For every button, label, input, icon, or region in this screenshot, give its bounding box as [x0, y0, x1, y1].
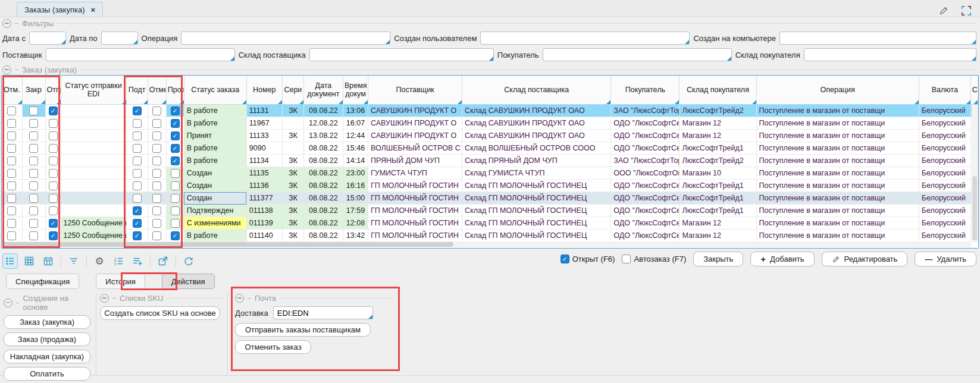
checkbox-otm[interactable]	[7, 206, 16, 215]
cell-otpr[interactable]	[45, 230, 61, 242]
cell-zakr[interactable]	[22, 130, 45, 142]
column-header-status[interactable]: Статус заказа	[184, 76, 246, 105]
date-to-input[interactable]	[102, 32, 137, 44]
cell-num[interactable]: 9090	[246, 142, 282, 155]
cell-ser[interactable]: ЗК	[282, 230, 303, 242]
cell-otm[interactable]	[2, 167, 22, 180]
cell-otme[interactable]	[148, 167, 166, 180]
cell-otpr[interactable]	[45, 155, 61, 167]
cell-otme[interactable]	[148, 230, 166, 242]
checkbox-otm[interactable]	[7, 169, 16, 178]
cell-podt[interactable]	[126, 117, 148, 130]
cell-oper[interactable]: Поступление в магазин от поставщи	[756, 142, 919, 155]
date-from-input[interactable]	[30, 32, 65, 44]
cell-otpr[interactable]	[45, 167, 61, 180]
vertical-scrollbar-thumb[interactable]	[972, 176, 977, 240]
checkbox-zakr[interactable]	[29, 144, 38, 153]
cell-buywh[interactable]: ЛюксСофтТрейд1	[680, 142, 756, 155]
cell-supplier[interactable]: ПРЯНЫЙ ДОМ ЧУП	[368, 155, 462, 167]
cell-supwh[interactable]: Склад ГП МОЛОЧНЫЙ ГОСТИНЕЦ	[462, 192, 611, 205]
cell-podt[interactable]	[126, 105, 148, 117]
table-row[interactable]: 1250 Сообщение дВ работе011140ЗК08.08.22…	[2, 230, 978, 242]
checkbox-zakr[interactable]	[29, 219, 38, 228]
checkbox-zakr[interactable]	[29, 181, 38, 190]
filter-field-created-by-user[interactable]	[480, 32, 690, 45]
cell-edi[interactable]: 1250 Сообщение д	[61, 230, 126, 242]
checkbox-otpr[interactable]	[49, 231, 58, 240]
cell-podt[interactable]	[126, 130, 148, 142]
edit-pencil-icon[interactable]	[936, 3, 951, 18]
checkbox-otme[interactable]	[152, 219, 161, 228]
cell-edi[interactable]	[61, 167, 126, 180]
cell-prov[interactable]	[166, 192, 184, 205]
checkbox-otm[interactable]	[7, 219, 16, 228]
cell-num[interactable]: 011139	[246, 217, 282, 230]
supplier-warehouse-input[interactable]	[310, 49, 493, 61]
cell-status[interactable]: В работе	[184, 117, 246, 130]
table-row[interactable]: 1250 Сообщение дС изменениями011139ЗК08.…	[2, 217, 978, 230]
column-header-buywh[interactable]: Склад покупателя	[680, 76, 756, 105]
cell-buyer[interactable]: ОДО "ЛюксСофтСервис"	[611, 217, 680, 230]
checkbox-otpr[interactable]	[49, 106, 58, 115]
create-from-button[interactable]: Накладная (закупка)	[4, 350, 90, 363]
grid-view-icon[interactable]	[21, 253, 37, 269]
column-header-otpr[interactable]: Отпр	[45, 76, 61, 105]
create-sku-list-button[interactable]: Создать список SKU на основе	[100, 306, 220, 320]
checkbox-podt[interactable]	[133, 231, 142, 240]
cell-zakr[interactable]	[22, 230, 45, 242]
cell-supwh[interactable]: Склад ГП МОЛОЧНЫЙ ГОСТИНЕЦ	[462, 230, 611, 242]
checkbox-zakr[interactable]	[29, 169, 38, 178]
cell-ser[interactable]: ЗК	[282, 180, 303, 192]
cell-otpr[interactable]	[45, 205, 61, 217]
cell-otme[interactable]	[148, 192, 166, 205]
cell-ser[interactable]: ЗК	[282, 130, 303, 142]
checkbox-zakr[interactable]	[29, 119, 38, 128]
tab-orders-purchase[interactable]: Заказы (закупка) ×	[17, 2, 103, 17]
cell-supplier[interactable]: ГП МОЛОЧНЫЙ ГОСТИН	[368, 205, 462, 217]
cell-cur[interactable]: Белорусский	[919, 192, 970, 205]
cell-buyer[interactable]: ЗАО "ЛюксСофтТорг"	[611, 105, 680, 117]
filter-field-supplier[interactable]	[46, 48, 235, 61]
cell-prov[interactable]	[166, 105, 184, 117]
cell-time[interactable]: 15:00	[343, 192, 368, 205]
filter-field-created-on-computer[interactable]	[779, 32, 976, 45]
column-header-supwh[interactable]: Склад поставщика	[462, 76, 611, 105]
cell-cur[interactable]: Белорусский	[919, 105, 970, 117]
cell-prov[interactable]	[166, 205, 184, 217]
cell-supplier[interactable]: САВУШКИН ПРОДУКТ О	[368, 117, 462, 130]
cell-time[interactable]: 16:07	[343, 117, 368, 130]
cell-oper[interactable]: Поступление в магазин от поставщи	[756, 205, 919, 217]
checkbox-zakr[interactable]	[29, 106, 38, 115]
cell-otpr[interactable]	[45, 105, 61, 117]
cell-time[interactable]: 15:46	[343, 142, 368, 155]
cell-prov[interactable]	[166, 155, 184, 167]
checkbox-podt[interactable]	[133, 144, 142, 153]
cell-buyer[interactable]: ОДО "ЛюксСофтСервис"	[611, 130, 680, 142]
cell-date[interactable]: 13.08.22	[303, 130, 343, 142]
cell-prov[interactable]	[166, 180, 184, 192]
cell-zakr[interactable]	[22, 180, 45, 192]
column-header-extra[interactable]: Со	[970, 76, 978, 105]
checkbox-prov[interactable]	[171, 206, 180, 215]
cell-status[interactable]: Принят	[184, 130, 246, 142]
column-header-edi[interactable]: Статус отправки EDI	[61, 76, 126, 105]
fullscreen-icon[interactable]	[959, 3, 974, 18]
send-orders-button[interactable]: Отправить заказы поставщикам	[235, 323, 371, 337]
checkbox-otme[interactable]	[152, 169, 161, 178]
checkbox-prov[interactable]	[171, 231, 180, 240]
cell-prov[interactable]	[166, 117, 184, 130]
cell-zakr[interactable]	[22, 117, 45, 130]
cell-otm[interactable]	[2, 105, 22, 117]
cell-buywh[interactable]: Магазин 12	[680, 130, 756, 142]
buyer-input[interactable]	[543, 49, 731, 61]
cell-supplier[interactable]: ГП МОЛОЧНЫЙ ГОСТИН	[368, 180, 462, 192]
cell-status[interactable]: Создан	[184, 192, 246, 205]
cell-oper[interactable]: Поступление в магазин от поставщи	[756, 180, 919, 192]
open-f6-toggle[interactable]: Открыт (F6)	[561, 255, 615, 263]
cell-time[interactable]: 23:00	[343, 167, 368, 180]
cell-cur[interactable]: Белорусский	[919, 130, 970, 142]
cell-edi[interactable]: 1250 Сообщение д	[61, 217, 126, 230]
table-row[interactable]: В работе11134ЗК08.08.2214:14ПРЯНЫЙ ДОМ Ч…	[2, 155, 978, 167]
cell-otm[interactable]	[2, 155, 22, 167]
cell-buyer[interactable]: ОДО "ЛюксСофтСервис"	[611, 142, 680, 155]
